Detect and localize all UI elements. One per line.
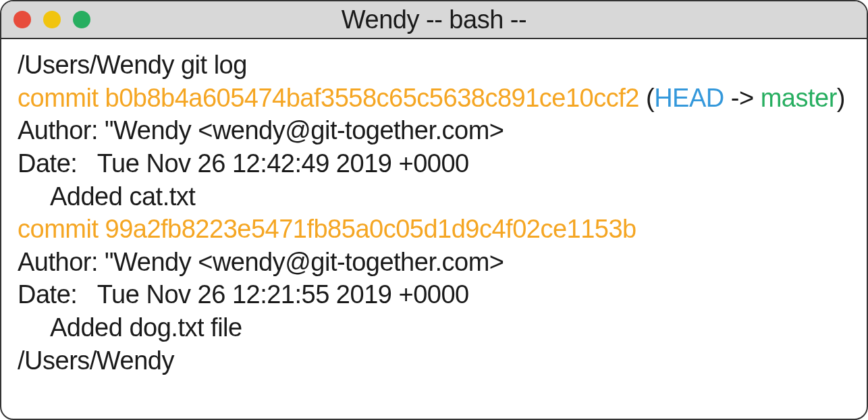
head-ref: HEAD	[654, 84, 724, 112]
date-line-2: Date: Tue Nov 26 12:21:55 2019 +0000	[18, 278, 850, 311]
date-line-1: Date: Tue Nov 26 12:42:49 2019 +0000	[18, 147, 850, 180]
commit-line-1: commit b0b8b4a605474baf3558c65c5638c891c…	[18, 82, 850, 115]
commit-prefix: commit	[18, 84, 105, 112]
close-button[interactable]	[13, 11, 31, 28]
commit-message-2: Added dog.txt file	[18, 311, 850, 344]
terminal-window: Wendy -- bash -- /Users/Wendy git log co…	[0, 0, 868, 420]
commit-line-2: commit 99a2fb8223e5471fb85a0c05d1d9c4f02…	[18, 213, 850, 246]
prompt-line-2: /Users/Wendy	[18, 344, 850, 377]
ref-open: (	[639, 84, 654, 112]
commit-prefix: commit	[18, 215, 105, 243]
author-line-1: Author: "Wendy <wendy@git-together.com>	[18, 114, 850, 147]
ref-arrow: ->	[724, 84, 761, 112]
author-line-2: Author: "Wendy <wendy@git-together.com>	[18, 246, 850, 279]
branch-name: master	[761, 84, 837, 112]
maximize-button[interactable]	[73, 11, 90, 28]
terminal-content[interactable]: /Users/Wendy git log commit b0b8b4a60547…	[1, 39, 867, 386]
window-title: Wendy -- bash --	[342, 5, 526, 34]
ref-close: )	[837, 84, 845, 112]
commit-hash: 99a2fb8223e5471fb85a0c05d1d9c4f02ce1153b	[105, 215, 636, 243]
traffic-lights	[13, 11, 90, 28]
minimize-button[interactable]	[43, 11, 61, 28]
prompt-line: /Users/Wendy git log	[18, 49, 850, 82]
commit-hash: b0b8b4a605474baf3558c65c5638c891ce10ccf2	[105, 84, 639, 112]
commit-message-1: Added cat.txt	[18, 180, 850, 213]
title-bar: Wendy -- bash --	[1, 1, 867, 39]
